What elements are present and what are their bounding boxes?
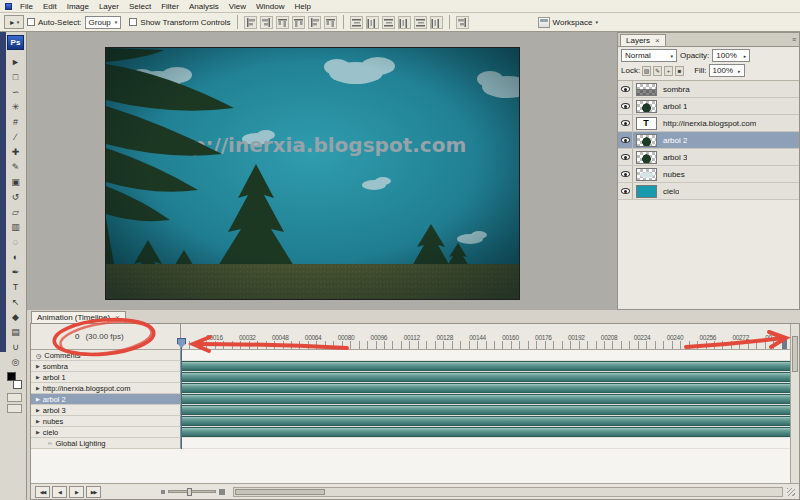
duration-bar[interactable] xyxy=(181,383,790,393)
shape-tool[interactable]: ◆ xyxy=(7,309,24,324)
quick-select-tool[interactable]: ✳ xyxy=(7,99,24,114)
duration-bar[interactable] xyxy=(181,427,790,437)
auto-align-layers-icon[interactable] xyxy=(456,16,469,29)
expand-icon[interactable]: ▶ xyxy=(36,396,40,402)
distribute-vertical-centers-icon[interactable] xyxy=(366,16,379,29)
resize-grip[interactable] xyxy=(787,488,795,496)
path-select-tool[interactable]: ↖ xyxy=(7,294,24,309)
layer-row-sombra[interactable]: sombra xyxy=(618,81,799,98)
lock-position-icon[interactable]: + xyxy=(664,66,673,76)
distribute-right-edges-icon[interactable] xyxy=(430,16,443,29)
close-icon[interactable]: × xyxy=(115,313,120,322)
align-horizontal-centers-icon[interactable] xyxy=(260,16,273,29)
align-bottom-edges-icon[interactable] xyxy=(324,16,337,29)
layer-row-arbol-1[interactable]: arbol 1 xyxy=(618,98,799,115)
text-layer-thumbnail[interactable]: T xyxy=(636,117,657,130)
history-brush-tool[interactable]: ↺ xyxy=(7,189,24,204)
brush-tool[interactable]: ✎ xyxy=(7,159,24,174)
first-frame-button[interactable]: ◀◀ xyxy=(35,486,50,498)
next-frame-button[interactable]: ▶▶ xyxy=(86,486,101,498)
fill-input[interactable]: 100% ▸ xyxy=(709,64,745,77)
expand-icon[interactable]: ▶ xyxy=(36,363,40,369)
track-arbol-2[interactable]: ▶arbol 2 xyxy=(31,394,181,405)
track-area[interactable] xyxy=(181,394,790,405)
layer-row-arbol-3[interactable]: arbol 3 xyxy=(618,149,799,166)
hand-tool[interactable]: ∪ xyxy=(7,339,24,354)
track-arbol-1[interactable]: ▶arbol 1 xyxy=(31,372,181,383)
expand-icon[interactable]: ▶ xyxy=(36,418,40,424)
timeline-horizontal-scrollbar[interactable] xyxy=(233,487,783,497)
track-area[interactable] xyxy=(181,372,790,383)
layer-thumbnail[interactable] xyxy=(636,100,657,113)
visibility-toggle[interactable] xyxy=(618,115,633,131)
menu-help[interactable]: Help xyxy=(289,2,315,11)
workspace-button[interactable]: Workspace xyxy=(553,18,593,27)
pen-tool[interactable]: ✒ xyxy=(7,264,24,279)
zoom-thumb[interactable] xyxy=(187,488,192,496)
distribute-top-edges-icon[interactable] xyxy=(350,16,363,29)
track-global-lighting[interactable]: ☼ Global Lighting xyxy=(31,438,181,449)
eyedropper-tool[interactable]: ∕ xyxy=(7,129,24,144)
eraser-tool[interactable]: ▱ xyxy=(7,204,24,219)
track-nubes[interactable]: ▶nubes xyxy=(31,416,181,427)
foreground-color-swatch[interactable] xyxy=(7,372,16,381)
zoom-tool[interactable]: ◎ xyxy=(7,354,24,369)
track-cielo[interactable]: ▶cielo xyxy=(31,427,181,438)
align-right-edges-icon[interactable] xyxy=(276,16,289,29)
layer-row-cielo[interactable]: cielo xyxy=(618,183,799,200)
track-area[interactable] xyxy=(181,361,790,372)
menu-view[interactable]: View xyxy=(224,2,251,11)
duration-bar[interactable] xyxy=(181,405,790,415)
align-vertical-centers-icon[interactable] xyxy=(308,16,321,29)
menu-select[interactable]: Select xyxy=(124,2,156,11)
timeline-ruler[interactable]: 0001600032000480006400080000960011200128… xyxy=(181,324,790,349)
previous-frame-button[interactable]: ◀ xyxy=(52,486,67,498)
lock-pixels-icon[interactable]: ✎ xyxy=(653,66,662,76)
layer-row-nubes[interactable]: nubes xyxy=(618,166,799,183)
marquee-tool[interactable]: □ xyxy=(7,69,24,84)
play-button[interactable]: ▶ xyxy=(69,486,84,498)
auto-select-checkbox[interactable] xyxy=(27,18,35,26)
lasso-tool[interactable]: ∽ xyxy=(7,84,24,99)
blend-mode-select[interactable]: Normal ▾ xyxy=(621,49,677,62)
color-swatches[interactable] xyxy=(7,372,24,391)
layer-thumbnail[interactable] xyxy=(636,185,657,198)
visibility-toggle[interactable] xyxy=(618,98,633,114)
zoom-in-icon[interactable] xyxy=(219,489,225,495)
track-area[interactable] xyxy=(181,416,790,427)
expand-icon[interactable]: ▶ xyxy=(36,429,40,435)
close-icon[interactable]: × xyxy=(655,36,660,45)
gradient-tool[interactable]: ▥ xyxy=(7,219,24,234)
lock-transparency-icon[interactable]: ▨ xyxy=(642,66,651,76)
scrollbar-thumb[interactable] xyxy=(235,489,325,495)
healing-brush-tool[interactable]: ✚ xyxy=(7,144,24,159)
distribute-bottom-edges-icon[interactable] xyxy=(382,16,395,29)
screen-mode-button[interactable] xyxy=(7,404,22,413)
menu-file[interactable]: File xyxy=(15,2,38,11)
visibility-toggle[interactable] xyxy=(618,166,633,182)
move-tool[interactable]: ► xyxy=(7,54,24,69)
clone-stamp-tool[interactable]: ▣ xyxy=(7,174,24,189)
expand-icon[interactable]: ▶ xyxy=(36,407,40,413)
auto-select-group-dropdown[interactable]: Group ▾ xyxy=(85,16,122,29)
align-left-edges-icon[interactable] xyxy=(244,16,257,29)
duration-bar[interactable] xyxy=(181,361,790,371)
scrollbar-thumb[interactable] xyxy=(792,336,798,372)
menu-analysis[interactable]: Analysis xyxy=(184,2,224,11)
duration-bar[interactable] xyxy=(181,394,790,404)
track-text-layer[interactable]: ▶http://inerxia.blogspot.com xyxy=(31,383,181,394)
visibility-toggle[interactable] xyxy=(618,149,633,165)
menu-layer[interactable]: Layer xyxy=(94,2,124,11)
duration-bar[interactable] xyxy=(181,416,790,426)
tab-layers[interactable]: Layers × xyxy=(620,34,666,46)
background-color-swatch[interactable] xyxy=(13,380,22,389)
tool-preset-picker[interactable]: ► ▾ xyxy=(4,15,24,29)
distribute-horizontal-centers-icon[interactable] xyxy=(414,16,427,29)
track-area[interactable] xyxy=(181,427,790,438)
track-area[interactable] xyxy=(181,405,790,416)
menu-filter[interactable]: Filter xyxy=(156,2,184,11)
track-sombra[interactable]: ▶sombra xyxy=(31,361,181,372)
menu-edit[interactable]: Edit xyxy=(38,2,62,11)
zoom-out-icon[interactable] xyxy=(161,490,165,494)
zoom-track[interactable] xyxy=(168,490,216,493)
